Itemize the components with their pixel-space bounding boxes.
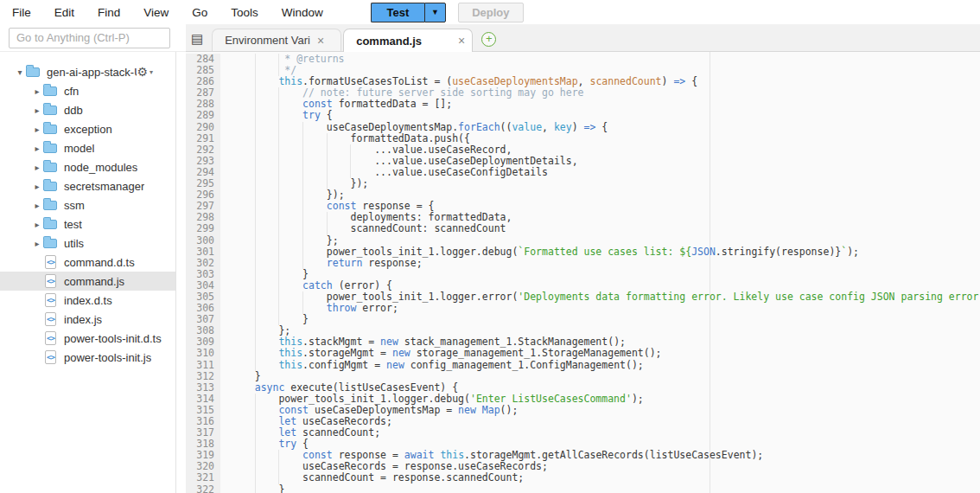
code-token: power_tools_init_1.logger.error(	[327, 291, 519, 303]
menu-window[interactable]: Window	[282, 6, 323, 19]
indent-guide	[302, 144, 303, 156]
test-dropdown-button[interactable]: ▼	[424, 3, 446, 22]
indent-guide	[278, 133, 279, 144]
chevron-right-icon[interactable]: ▸	[31, 125, 43, 134]
code-token	[476, 404, 482, 416]
tree-item-label: ssm	[64, 199, 85, 212]
code-token: formattedData = [];	[333, 98, 452, 110]
code-token: new	[458, 404, 476, 416]
code-token: useCaseRecords;	[296, 415, 392, 427]
goto-anything-input[interactable]	[9, 28, 170, 48]
code-token: (error) {	[333, 279, 392, 291]
code-token: `Formatted use cases list: ${	[518, 246, 691, 258]
folder-item-utils[interactable]: ▸utils	[0, 234, 175, 253]
file-item-command-js[interactable]: <>command.js	[0, 272, 175, 291]
plus-icon: +	[486, 32, 493, 45]
folder-item-exception[interactable]: ▸exception	[0, 119, 175, 138]
chevron-right-icon[interactable]: ▸	[31, 182, 43, 191]
file-item-power-tools-init-js[interactable]: <>power-tools-init.js	[0, 348, 175, 367]
indent-guide	[302, 235, 303, 246]
folder-item-secretsmanager[interactable]: ▸secretsmanager	[0, 176, 175, 195]
chevron-right-icon[interactable]: ▸	[31, 86, 43, 96]
line-number: 299	[186, 223, 220, 234]
folder-item-node_modules[interactable]: ▸node_modules	[0, 157, 175, 176]
tab-command-js[interactable]: command.js×	[343, 29, 473, 52]
folder-item-ssm[interactable]: ▸ssm	[0, 195, 175, 214]
code-token: await	[404, 449, 435, 461]
chevron-right-icon[interactable]: ▸	[31, 163, 43, 172]
chevron-right-icon[interactable]: ▸	[31, 239, 43, 248]
close-icon[interactable]: ×	[317, 35, 324, 47]
file-item-index-d-ts[interactable]: <>index.d.ts	[0, 291, 175, 310]
chevron-down-icon[interactable]: ▾	[14, 67, 26, 77]
tree-item-label: test	[64, 218, 82, 231]
folder-item-gen-ai-app-stack-u[interactable]: ▾gen-ai-app-stack-U⚙▾	[0, 62, 175, 81]
test-button[interactable]: Test	[371, 3, 424, 22]
code-token: 'Deployments data formatting error. Like…	[518, 291, 980, 303]
file-item-power-tools-init-d-ts[interactable]: <>power-tools-init.d.ts	[0, 329, 175, 348]
line-number: 293	[186, 156, 220, 167]
chevron-right-icon[interactable]: ▸	[31, 144, 43, 153]
close-icon[interactable]: ×	[458, 35, 465, 47]
tree-item-label: ddb	[64, 104, 83, 117]
code-token: config_management_1.ConfigManagement();	[404, 359, 644, 371]
menu-find[interactable]: Find	[98, 6, 120, 19]
deploy-button[interactable]: Deploy	[458, 3, 524, 22]
code-token: };	[278, 324, 290, 336]
code-token: const	[302, 98, 333, 110]
indent-guide	[255, 269, 256, 280]
folder-item-model[interactable]: ▸model	[0, 138, 175, 157]
code-token: .storageMgmt.getAllCaseRecords(listUseCa…	[464, 449, 763, 461]
tree-item-label: secretsmanager	[64, 180, 144, 193]
tab-environment-vari[interactable]: Environment Vari×	[212, 29, 341, 51]
line-number: 304	[186, 280, 220, 291]
file-code-icon: <>	[45, 350, 56, 364]
file-item-index-js[interactable]: <>index.js	[0, 310, 175, 329]
chevron-right-icon[interactable]: ▸	[31, 220, 43, 229]
code-token: const	[278, 404, 309, 416]
tab-list-icon[interactable]: ▤	[191, 31, 203, 47]
code-line-text: useCaseDeploymentsMap.forEach((value, ke…	[220, 122, 980, 133]
code-editor[interactable]: 284 * @returns285 */286 this.formatUseCa…	[186, 52, 980, 493]
menu-view[interactable]: View	[143, 6, 169, 19]
code-token: ,	[578, 75, 590, 87]
line-number: 300	[186, 235, 220, 246]
line-number: 314	[186, 394, 220, 405]
folder-item-ddb[interactable]: ▸ddb	[0, 100, 175, 119]
line-number: 311	[186, 360, 220, 371]
new-tab-button[interactable]: +	[481, 32, 496, 47]
code-line-text: ...value.useCaseDeploymentDetails,	[220, 156, 980, 167]
indent-guide	[302, 156, 303, 167]
chevron-right-icon[interactable]: ▸	[31, 106, 43, 115]
caret-down-icon: ▼	[431, 8, 439, 16]
tree-item-label: node_modules	[64, 161, 137, 174]
menu-edit[interactable]: Edit	[54, 6, 74, 19]
chevron-right-icon[interactable]: ▸	[31, 201, 43, 210]
indent-guide	[278, 144, 279, 156]
menu-file[interactable]: File	[12, 6, 31, 19]
code-token: const	[327, 200, 357, 212]
settings-gear-button[interactable]: ⚙▾	[137, 65, 153, 79]
code-token: useCaseDeploymentsMap	[452, 75, 577, 87]
indent-guide	[255, 280, 256, 291]
code-token: formattedData.push({	[350, 132, 469, 144]
menu-tools[interactable]: Tools	[231, 6, 258, 19]
code-token: power_tools_init_1.logger.debug(	[278, 393, 470, 405]
indent-guide	[278, 269, 279, 280]
code-lines: 284 * @returns285 */286 this.formatUseCa…	[186, 52, 980, 493]
code-token: deployments: formattedData,	[350, 211, 512, 223]
file-code-icon: <>	[45, 331, 56, 345]
code-token: response =	[333, 449, 404, 461]
file-item-command-d-ts[interactable]: <>command.d.ts	[0, 253, 175, 272]
folder-item-test[interactable]: ▸test	[0, 214, 175, 234]
code-token: throw	[327, 302, 357, 314]
line-number: 322	[186, 484, 220, 493]
code-line-text: let scannedCount;	[220, 427, 980, 439]
code-token: try	[278, 438, 296, 450]
sidebar-resize-handle[interactable]	[176, 52, 186, 493]
indent-guide	[302, 133, 303, 144]
menu-go[interactable]: Go	[192, 6, 207, 19]
code-line: 290 useCaseDeploymentsMap.forEach((value…	[186, 122, 980, 133]
code-line: 301 power_tools_init_1.logger.debug(`For…	[186, 246, 980, 258]
folder-item-cfn[interactable]: ▸cfn	[0, 81, 175, 100]
